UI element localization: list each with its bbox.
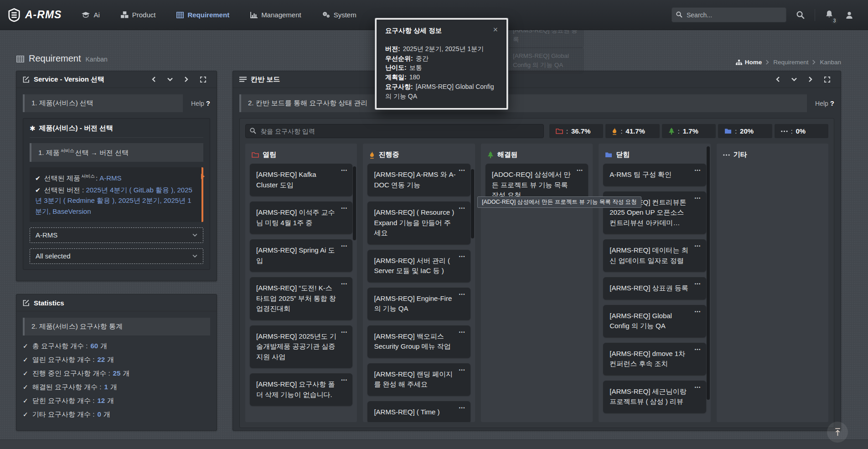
card-menu-icon[interactable]: ••• [577, 168, 583, 174]
table-icon [176, 12, 184, 18]
help-question-icon: ? [830, 99, 834, 107]
kanban-card[interactable]: [ARMS-REQ] 요구사항 폴더 삭제 기능이 없습니다.••• [250, 373, 352, 406]
kanban-card[interactable]: [ARMS-REQ] ( Resource ) Expand 기능을 만들어 주… [367, 201, 470, 244]
card-menu-icon[interactable]: ••• [459, 367, 465, 374]
kanban-column-title: 열림 [263, 150, 276, 159]
kanban-column-header: 기타 [721, 148, 824, 164]
kanban-card[interactable]: [ARMS-REQ] Engine-Fire 의 기능 QA••• [367, 288, 470, 320]
check-icon: ✓ [23, 411, 28, 418]
chevron-left-icon[interactable] [152, 77, 155, 82]
card-menu-icon[interactable]: ••• [695, 168, 701, 174]
kanban-card[interactable]: [ARMS-REQ] 상표권 등록••• [603, 277, 706, 299]
card-menu-icon[interactable]: ••• [695, 243, 701, 250]
card-menu-icon[interactable]: ••• [341, 330, 347, 336]
kanban-card-title: [ADOC-REQ] 삼성에서 만든 프로젝트 뷰 기능 목록 작성 요청 [492, 170, 571, 199]
chevron-down-icon[interactable] [791, 77, 797, 81]
tree-icon [487, 151, 494, 159]
kanban-card[interactable]: [ARMS-REQ] 2025년도 기술개발제품 공공기관 실증지원 사업••• [250, 325, 352, 368]
navbar-menu: AiProductRequirementManagementSystem [82, 11, 356, 19]
stat-label: 총 요구사항 개수 : [32, 342, 88, 351]
card-menu-icon[interactable]: ••• [459, 405, 465, 412]
board-stat-ellipsis: :0% [775, 124, 828, 138]
kanban-card[interactable]: [ARMS-REQ] “도전! K-스타트업 2025” 부처 통합 창업경진대… [250, 277, 352, 320]
breadcrumb-home[interactable]: Home [736, 59, 762, 66]
column-scrollbar-thumb[interactable] [471, 169, 474, 238]
search-button-icon[interactable] [795, 9, 806, 21]
bar-chart-icon [250, 12, 258, 18]
chevron-right-icon[interactable] [809, 77, 812, 82]
chevron-right-icon[interactable] [185, 77, 188, 82]
chevron-left-icon[interactable] [776, 77, 780, 82]
kanban-card[interactable]: [ARMS-REQ] A-RMS 와 A-DOC 연동 기능••• [367, 164, 470, 196]
kanban-card[interactable]: A-RMS 팀 구성 확인••• [603, 164, 706, 186]
kanban-card-title: [ARMS-REQ] 세근님이랑 프로젝트뷰 ( 삼성 ) 리뷰 [610, 387, 686, 406]
navbar-search [672, 7, 786, 22]
nav-item-requirement[interactable]: Requirement [176, 11, 229, 19]
card-menu-icon[interactable]: ••• [341, 281, 347, 288]
stat-label: 기타 요구사항 개수 : [32, 410, 95, 419]
column-scrollbar-thumb[interactable] [707, 146, 710, 400]
kanban-card-title: [ARMS-REQ] Kafka Cluster 도입 [256, 170, 316, 189]
navbar-divider [815, 9, 815, 21]
expand-icon[interactable] [824, 77, 830, 83]
scroll-to-top-button[interactable] [827, 422, 848, 443]
stat-label: 해결된 요구사항 개수 : [32, 383, 102, 392]
kanban-help-button[interactable]: Help? [815, 99, 834, 107]
chevron-down-icon [192, 233, 197, 237]
nav-item-system[interactable]: System [322, 11, 356, 19]
card-menu-icon[interactable]: ••• [459, 254, 465, 260]
kanban-card[interactable]: [ARMS-REQ] Spring Ai 도입••• [250, 239, 352, 272]
user-icon[interactable] [843, 9, 855, 21]
nav-item-ai[interactable]: Ai [82, 11, 99, 19]
board-stat-folder: :20% [718, 124, 772, 138]
kanban-card[interactable]: [ARMS-REQ] 백오피스 Security Group 메뉴 작업••• [367, 325, 470, 358]
chevron-down-icon[interactable] [167, 77, 173, 81]
card-menu-icon[interactable]: ••• [341, 377, 347, 384]
card-menu-icon[interactable]: ••• [695, 196, 701, 202]
breadcrumb-kanban[interactable]: Kanban [820, 59, 841, 66]
close-icon[interactable]: × [493, 26, 498, 33]
kanban-card[interactable]: [ARMS-REQ] dmove 1차 컨퍼런스 후속 조치••• [603, 343, 706, 375]
service-help-button[interactable]: Help? [191, 99, 210, 107]
card-menu-icon[interactable]: ••• [695, 281, 701, 288]
card-menu-icon[interactable]: ••• [695, 309, 701, 315]
card-menu-icon[interactable]: ••• [341, 243, 347, 250]
kanban-column-header: 진행중 [367, 148, 470, 164]
product-dropdown[interactable]: A-RMS [30, 227, 203, 243]
kanban-card[interactable]: [ARMS-REQ] Global Config 의 기능 QA••• [603, 305, 706, 337]
nav-item-management[interactable]: Management [250, 11, 301, 19]
kanban-card[interactable]: [ARMS-REQ] 데이터는 최신 업데이트 일자로 정렬••• [603, 239, 706, 272]
kanban-card[interactable]: [ARMS-REQ] 이석주 교수님 미팅 4월 1주 중••• [250, 201, 352, 234]
card-menu-icon[interactable]: ••• [459, 330, 465, 336]
board-search-input[interactable] [245, 124, 544, 138]
expand-icon[interactable] [200, 77, 206, 83]
brand[interactable]: A-RMS [7, 8, 62, 22]
kanban-column-title: 진행중 [378, 150, 399, 159]
kanban-card[interactable]: [ARMS-REQ] 랜딩 페이지를 완성 해 주세요••• [367, 363, 470, 396]
kanban-panel: 칸반 보드 2. 칸반 보드를 통해 요구사항 상태 관리 Help? [232, 71, 841, 431]
kanban-card[interactable]: [ARMS-REQ] ( Time )••• [367, 401, 470, 423]
kanban-card[interactable]: [ARMS-REQ] 세근님이랑 프로젝트뷰 ( 삼성 ) 리뷰••• [603, 381, 706, 413]
card-menu-icon[interactable]: ••• [459, 206, 465, 212]
statistics-panel-title: Statistics [34, 299, 64, 307]
card-menu-icon[interactable]: ••• [341, 168, 347, 174]
kanban-card-title: [ARMS-REQ] 상표권 등록 [610, 284, 688, 292]
kanban-card[interactable]: [ARMS-REQ] Kafka Cluster 도입••• [250, 164, 352, 196]
card-menu-icon[interactable]: ••• [341, 206, 347, 212]
stat-value: 60 [90, 342, 98, 350]
kanban-column-title: 기타 [734, 150, 747, 159]
kanban-card[interactable]: [ARMS-REQ] 서버 관리 ( Server 모듈 및 IaC 등 )••… [367, 250, 470, 282]
card-menu-icon[interactable]: ••• [459, 168, 465, 174]
stat-label: 닫힌 요구사항 개수 : [32, 397, 95, 405]
chevron-down-icon [192, 254, 197, 258]
navbar-search-input[interactable] [672, 7, 786, 22]
card-menu-icon[interactable]: ••• [695, 347, 701, 353]
version-dropdown[interactable]: All selected [30, 248, 203, 264]
column-scrollbar-thumb[interactable] [353, 166, 356, 240]
card-menu-icon[interactable]: ••• [695, 385, 701, 391]
notifications-bell-icon[interactable]: 3 [823, 8, 835, 22]
card-menu-icon[interactable]: ••• [459, 292, 465, 298]
breadcrumb-requirement[interactable]: Requirement [773, 59, 808, 66]
kanban-column-해결됨: 해결됨[ADOC-REQ] 삼성에서 만든 프로젝트 뷰 기능 목록 작성 요청… [481, 144, 593, 422]
nav-item-product[interactable]: Product [121, 11, 156, 19]
